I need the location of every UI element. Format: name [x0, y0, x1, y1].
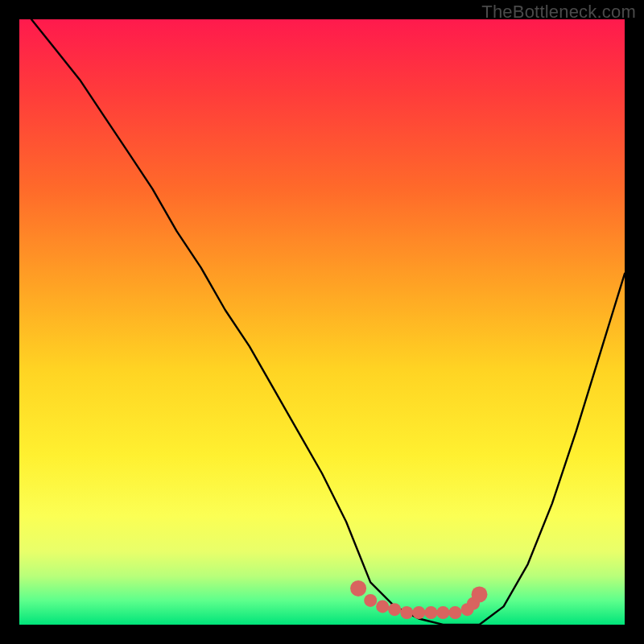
highlight-dot	[350, 580, 366, 597]
highlight-dot	[448, 606, 461, 619]
highlight-dot	[436, 606, 449, 619]
bottleneck-chart	[19, 19, 625, 625]
highlight-band	[350, 580, 487, 619]
highlight-dot	[424, 606, 437, 619]
highlight-dot	[364, 594, 377, 607]
highlight-dot	[388, 603, 401, 616]
highlight-dot	[400, 606, 413, 619]
bottleneck-curve-path	[31, 19, 625, 625]
highlight-dot	[376, 600, 389, 613]
highlight-dot	[472, 586, 488, 602]
highlight-dot	[412, 606, 425, 619]
